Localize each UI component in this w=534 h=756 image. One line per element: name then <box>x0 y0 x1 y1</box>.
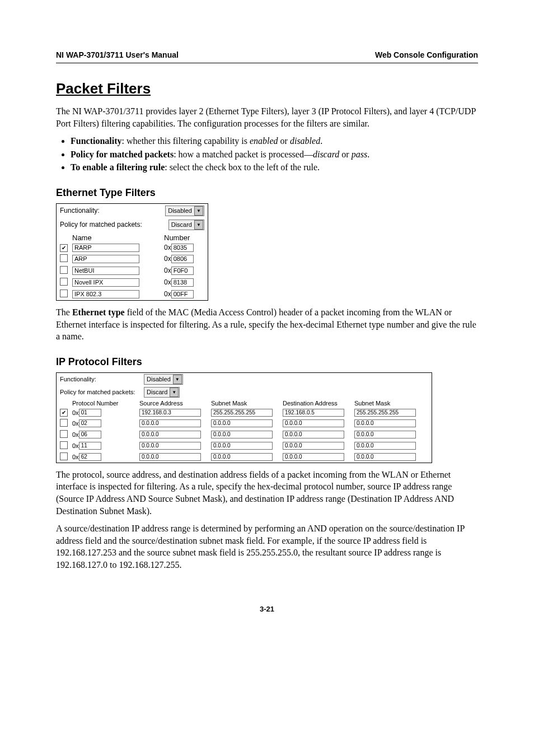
rule-name-input[interactable]: IPX 802.3 <box>72 290 139 298</box>
subsection-ethernet-title: Ethernet Type Filters <box>56 187 478 199</box>
ip-paragraph-1: The protocol, source address, and destin… <box>56 469 478 517</box>
protocol-number-input[interactable]: 62 <box>79 453 101 461</box>
rule-number-input[interactable]: F0F0 <box>171 267 194 275</box>
destination-address-input[interactable]: 0.0.0.0 <box>283 431 344 438</box>
col-name: Name <box>72 234 164 242</box>
select-value: Disabled <box>168 207 192 214</box>
header-left: NI WAP-3701/3711 User's Manual <box>56 50 179 59</box>
rule-checkbox[interactable] <box>60 290 68 297</box>
functionality-select[interactable]: Disabled ▼ <box>165 206 204 216</box>
subnet-mask-input[interactable]: 0.0.0.0 <box>354 453 416 461</box>
bullet-italic: disabled <box>290 136 320 146</box>
subnet-mask-input[interactable]: 0.0.0.0 <box>211 419 273 427</box>
bullet-enable-rule: To enable a filtering rule: select the c… <box>71 161 478 174</box>
subnet-mask-input[interactable]: 0.0.0.0 <box>211 453 273 461</box>
col-source-address: Source Address <box>139 400 211 407</box>
rule-number-input[interactable]: 8035 <box>171 244 194 252</box>
page-header: NI WAP-3701/3711 User's Manual Web Conso… <box>56 50 478 63</box>
ethernet-filters-figure: Functionality: Disabled ▼ Policy for mat… <box>56 203 208 301</box>
subnet-mask-input[interactable]: 0.0.0.0 <box>354 419 416 427</box>
rule-checkbox[interactable] <box>60 278 68 286</box>
functionality-label: Functionality: <box>60 207 165 214</box>
rule-name-input[interactable]: RARP <box>72 244 139 252</box>
policy-select[interactable]: Discard ▼ <box>168 220 204 230</box>
destination-address-input[interactable]: 0.0.0.0 <box>283 453 344 461</box>
header-right: Web Console Configuration <box>375 50 478 59</box>
rule-number-input[interactable]: 00FF <box>171 290 194 298</box>
bullet-text: or <box>339 150 351 159</box>
chevron-down-icon: ▼ <box>173 375 182 384</box>
hex-prefix: 0x <box>164 244 171 251</box>
filter-row: ✔RARP0x8035 <box>57 242 208 253</box>
source-address-input[interactable]: 0.0.0.0 <box>139 453 201 461</box>
subnet-mask-input[interactable]: 255.255.255.255 <box>354 409 416 417</box>
ip-filters-figure: Functionality: Disabled ▼ Policy for mat… <box>56 372 432 463</box>
functionality-select[interactable]: Disabled ▼ <box>144 374 183 385</box>
bullet-text: . <box>320 136 322 146</box>
bullet-bold: To enable a filtering rule <box>71 162 165 172</box>
hex-prefix: 0x <box>164 255 171 263</box>
rule-checkbox[interactable] <box>60 452 68 460</box>
rule-number-input[interactable]: 0806 <box>171 255 194 263</box>
col-destination-address: Destination Address <box>283 400 354 407</box>
rule-name-input[interactable]: Novell IPX <box>72 278 139 287</box>
filter-row: IPX 802.30x00FF <box>57 288 208 300</box>
source-address-input[interactable]: 0.0.0.0 <box>139 431 201 438</box>
subnet-mask-input[interactable]: 0.0.0.0 <box>211 442 273 450</box>
bullet-text: : how a matched packet is processed— <box>174 150 313 159</box>
rule-number-input[interactable]: 8138 <box>171 278 194 287</box>
hex-prefix: 0x <box>72 431 79 438</box>
hex-prefix: 0x <box>72 454 79 460</box>
text: The <box>56 307 72 317</box>
protocol-number-input[interactable]: 06 <box>79 431 101 438</box>
protocol-number-input[interactable]: 01 <box>79 409 101 417</box>
ethernet-type-bold: Ethernet type <box>72 307 125 317</box>
hex-prefix: 0x <box>164 290 171 298</box>
subnet-mask-input[interactable]: 255.255.255.255 <box>211 409 273 417</box>
destination-address-input[interactable]: 192.168.0.5 <box>283 409 344 417</box>
source-address-input[interactable]: 0.0.0.0 <box>139 442 201 450</box>
rule-name-input[interactable]: NetBUI <box>72 267 139 275</box>
bullet-bold: Functionality <box>71 136 122 146</box>
filter-row: ARP0x0806 <box>57 253 208 265</box>
rule-checkbox[interactable] <box>60 430 68 438</box>
ethernet-paragraph: The Ethernet type field of the MAC (Medi… <box>56 306 478 343</box>
bullet-italic: discard <box>313 150 339 159</box>
bullet-text: : whether this filtering capability is <box>122 136 250 146</box>
rule-checkbox[interactable]: ✔ <box>60 244 68 252</box>
protocol-number-input[interactable]: 02 <box>79 419 101 427</box>
policy-select[interactable]: Discard ▼ <box>144 387 180 398</box>
destination-address-input[interactable]: 0.0.0.0 <box>283 419 344 427</box>
bullet-text: or <box>278 136 290 146</box>
hex-prefix: 0x <box>164 278 171 286</box>
chevron-down-icon: ▼ <box>194 220 203 230</box>
rule-checkbox[interactable]: ✔ <box>60 409 68 417</box>
subnet-mask-input[interactable]: 0.0.0.0 <box>354 442 416 450</box>
select-value: Disabled <box>147 376 171 382</box>
col-protocol-number: Protocol Number <box>72 400 139 407</box>
chevron-down-icon: ▼ <box>170 388 179 397</box>
ip-paragraph-2: A source/destination IP address range is… <box>56 522 478 571</box>
rule-checkbox[interactable] <box>60 266 68 274</box>
col-subnet-mask: Subnet Mask <box>354 400 426 407</box>
filter-row: Novell IPX0x8138 <box>57 277 208 288</box>
col-number: Number <box>164 234 204 242</box>
select-value: Discard <box>147 389 167 395</box>
subnet-mask-input[interactable]: 0.0.0.0 <box>354 431 416 438</box>
bullet-text: . <box>367 150 369 159</box>
rule-name-input[interactable]: ARP <box>72 255 139 263</box>
source-address-input[interactable]: 0.0.0.0 <box>139 419 201 427</box>
subnet-mask-input[interactable]: 0.0.0.0 <box>211 431 273 438</box>
intro-paragraph: The NI WAP-3701/3711 provides layer 2 (E… <box>56 105 478 129</box>
destination-address-input[interactable]: 0.0.0.0 <box>283 442 344 450</box>
protocol-number-input[interactable]: 11 <box>79 442 101 450</box>
rule-checkbox[interactable] <box>60 441 68 449</box>
filter-row: 0x110.0.0.00.0.0.00.0.0.00.0.0.0 <box>57 440 432 451</box>
bullet-policy: Policy for matched packets: how a matche… <box>71 148 478 161</box>
rule-checkbox[interactable] <box>60 254 68 262</box>
policy-label: Policy for matched packets: <box>60 389 144 395</box>
filter-row: ✔0x01192.168.0.3255.255.255.255192.168.0… <box>57 408 432 418</box>
source-address-input[interactable]: 192.168.0.3 <box>139 409 201 417</box>
policy-label: Policy for matched packets: <box>60 221 168 228</box>
rule-checkbox[interactable] <box>60 419 68 427</box>
